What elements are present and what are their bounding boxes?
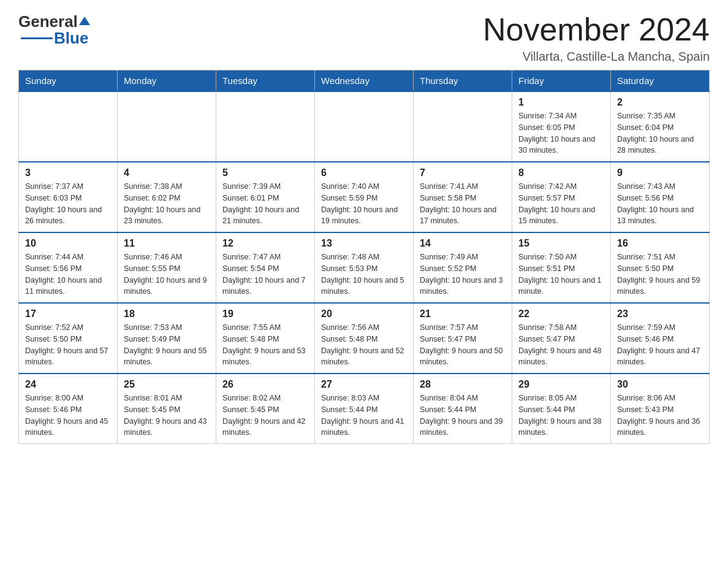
day-info: Sunrise: 7:37 AM Sunset: 6:03 PM Dayligh… xyxy=(25,181,111,227)
day-number: 5 xyxy=(222,167,308,178)
calendar-cell: 11Sunrise: 7:46 AM Sunset: 5:55 PM Dayli… xyxy=(118,232,216,303)
day-number: 2 xyxy=(617,97,703,108)
day-number: 19 xyxy=(222,308,308,320)
day-number: 18 xyxy=(124,308,210,320)
day-info: Sunrise: 8:03 AM Sunset: 5:44 PM Dayligh… xyxy=(321,393,407,439)
calendar-header-friday: Friday xyxy=(512,71,611,92)
day-number: 22 xyxy=(518,308,604,320)
day-info: Sunrise: 7:52 AM Sunset: 5:50 PM Dayligh… xyxy=(25,322,111,368)
main-title: November 2024 xyxy=(483,12,710,47)
svg-marker-0 xyxy=(79,17,90,25)
day-number: 25 xyxy=(124,379,210,390)
day-info: Sunrise: 7:34 AM Sunset: 6:05 PM Dayligh… xyxy=(518,110,604,156)
day-number: 3 xyxy=(25,167,111,178)
day-number: 11 xyxy=(124,238,210,249)
day-info: Sunrise: 7:49 AM Sunset: 5:52 PM Dayligh… xyxy=(420,251,506,297)
day-info: Sunrise: 7:39 AM Sunset: 6:01 PM Dayligh… xyxy=(222,181,308,227)
calendar-header-tuesday: Tuesday xyxy=(216,71,315,92)
week-row-3: 10Sunrise: 7:44 AM Sunset: 5:56 PM Dayli… xyxy=(19,232,710,303)
calendar-cell: 2Sunrise: 7:35 AM Sunset: 6:04 PM Daylig… xyxy=(611,91,710,162)
calendar-cell: 25Sunrise: 8:01 AM Sunset: 5:45 PM Dayli… xyxy=(118,373,216,444)
day-info: Sunrise: 7:59 AM Sunset: 5:46 PM Dayligh… xyxy=(617,322,703,368)
calendar-cell: 4Sunrise: 7:38 AM Sunset: 6:02 PM Daylig… xyxy=(118,162,216,232)
calendar-cell: 27Sunrise: 8:03 AM Sunset: 5:44 PM Dayli… xyxy=(315,373,414,444)
day-number: 23 xyxy=(617,308,703,320)
calendar-cell: 26Sunrise: 8:02 AM Sunset: 5:45 PM Dayli… xyxy=(216,373,315,444)
day-number: 7 xyxy=(420,167,506,178)
day-number: 6 xyxy=(321,167,407,178)
day-number: 16 xyxy=(617,238,703,249)
day-info: Sunrise: 7:38 AM Sunset: 6:02 PM Dayligh… xyxy=(124,181,210,227)
calendar-cell: 3Sunrise: 7:37 AM Sunset: 6:03 PM Daylig… xyxy=(19,162,118,232)
calendar-header-monday: Monday xyxy=(118,71,216,92)
calendar-cell: 22Sunrise: 7:58 AM Sunset: 5:47 PM Dayli… xyxy=(512,303,611,373)
calendar-cell: 7Sunrise: 7:41 AM Sunset: 5:58 PM Daylig… xyxy=(414,162,512,232)
day-number: 1 xyxy=(518,97,604,108)
week-row-5: 24Sunrise: 8:00 AM Sunset: 5:46 PM Dayli… xyxy=(19,373,710,444)
logo-triangle-icon xyxy=(78,14,91,28)
day-info: Sunrise: 7:50 AM Sunset: 5:51 PM Dayligh… xyxy=(518,251,604,297)
calendar-cell: 14Sunrise: 7:49 AM Sunset: 5:52 PM Dayli… xyxy=(414,232,512,303)
calendar-cell: 30Sunrise: 8:06 AM Sunset: 5:43 PM Dayli… xyxy=(611,373,710,444)
day-info: Sunrise: 7:41 AM Sunset: 5:58 PM Dayligh… xyxy=(420,181,506,227)
calendar-cell: 19Sunrise: 7:55 AM Sunset: 5:48 PM Dayli… xyxy=(216,303,315,373)
calendar-cell: 10Sunrise: 7:44 AM Sunset: 5:56 PM Dayli… xyxy=(19,232,118,303)
day-number: 21 xyxy=(420,308,506,320)
calendar-header-saturday: Saturday xyxy=(611,71,710,92)
calendar-table: SundayMondayTuesdayWednesdayThursdayFrid… xyxy=(18,70,710,444)
day-info: Sunrise: 7:43 AM Sunset: 5:56 PM Dayligh… xyxy=(617,181,703,227)
calendar-header-sunday: Sunday xyxy=(19,71,118,92)
day-number: 14 xyxy=(420,238,506,249)
day-info: Sunrise: 7:51 AM Sunset: 5:50 PM Dayligh… xyxy=(617,251,703,297)
day-info: Sunrise: 7:55 AM Sunset: 5:48 PM Dayligh… xyxy=(222,322,308,368)
day-number: 30 xyxy=(617,379,703,390)
subtitle: Villarta, Castille-La Mancha, Spain xyxy=(483,50,710,64)
calendar-cell: 23Sunrise: 7:59 AM Sunset: 5:46 PM Dayli… xyxy=(611,303,710,373)
day-info: Sunrise: 7:57 AM Sunset: 5:47 PM Dayligh… xyxy=(420,322,506,368)
day-info: Sunrise: 8:05 AM Sunset: 5:44 PM Dayligh… xyxy=(518,393,604,439)
day-number: 13 xyxy=(321,238,407,249)
day-info: Sunrise: 7:48 AM Sunset: 5:53 PM Dayligh… xyxy=(321,251,407,297)
day-info: Sunrise: 8:06 AM Sunset: 5:43 PM Dayligh… xyxy=(617,393,703,439)
calendar-cell xyxy=(118,91,216,162)
day-info: Sunrise: 7:35 AM Sunset: 6:04 PM Dayligh… xyxy=(617,110,703,156)
day-info: Sunrise: 7:42 AM Sunset: 5:57 PM Dayligh… xyxy=(518,181,604,227)
calendar-cell: 18Sunrise: 7:53 AM Sunset: 5:49 PM Dayli… xyxy=(118,303,216,373)
week-row-2: 3Sunrise: 7:37 AM Sunset: 6:03 PM Daylig… xyxy=(19,162,710,232)
calendar-cell xyxy=(216,91,315,162)
logo: General Blue xyxy=(18,12,91,48)
day-info: Sunrise: 7:46 AM Sunset: 5:55 PM Dayligh… xyxy=(124,251,210,297)
calendar-cell: 16Sunrise: 7:51 AM Sunset: 5:50 PM Dayli… xyxy=(611,232,710,303)
day-info: Sunrise: 7:53 AM Sunset: 5:49 PM Dayligh… xyxy=(124,322,210,368)
day-number: 12 xyxy=(222,238,308,249)
day-number: 10 xyxy=(25,238,111,249)
calendar-cell: 15Sunrise: 7:50 AM Sunset: 5:51 PM Dayli… xyxy=(512,232,611,303)
calendar-header-wednesday: Wednesday xyxy=(315,71,414,92)
day-number: 15 xyxy=(518,238,604,249)
day-number: 29 xyxy=(518,379,604,390)
calendar-cell: 13Sunrise: 7:48 AM Sunset: 5:53 PM Dayli… xyxy=(315,232,414,303)
day-info: Sunrise: 8:00 AM Sunset: 5:46 PM Dayligh… xyxy=(25,393,111,439)
logo-blue-text: Blue xyxy=(54,29,88,48)
calendar-cell: 5Sunrise: 7:39 AM Sunset: 6:01 PM Daylig… xyxy=(216,162,315,232)
calendar-cell xyxy=(315,91,414,162)
day-number: 9 xyxy=(617,167,703,178)
calendar-cell: 21Sunrise: 7:57 AM Sunset: 5:47 PM Dayli… xyxy=(414,303,512,373)
day-info: Sunrise: 7:47 AM Sunset: 5:54 PM Dayligh… xyxy=(222,251,308,297)
day-info: Sunrise: 7:40 AM Sunset: 5:59 PM Dayligh… xyxy=(321,181,407,227)
day-number: 24 xyxy=(25,379,111,390)
title-block: November 2024 Villarta, Castille-La Manc… xyxy=(483,12,710,64)
day-info: Sunrise: 8:01 AM Sunset: 5:45 PM Dayligh… xyxy=(124,393,210,439)
day-number: 8 xyxy=(518,167,604,178)
calendar-cell: 8Sunrise: 7:42 AM Sunset: 5:57 PM Daylig… xyxy=(512,162,611,232)
week-row-4: 17Sunrise: 7:52 AM Sunset: 5:50 PM Dayli… xyxy=(19,303,710,373)
day-number: 28 xyxy=(420,379,506,390)
calendar-cell: 1Sunrise: 7:34 AM Sunset: 6:05 PM Daylig… xyxy=(512,91,611,162)
calendar-cell: 17Sunrise: 7:52 AM Sunset: 5:50 PM Dayli… xyxy=(19,303,118,373)
calendar-cell xyxy=(19,91,118,162)
day-info: Sunrise: 7:56 AM Sunset: 5:48 PM Dayligh… xyxy=(321,322,407,368)
calendar-cell: 12Sunrise: 7:47 AM Sunset: 5:54 PM Dayli… xyxy=(216,232,315,303)
day-info: Sunrise: 7:44 AM Sunset: 5:56 PM Dayligh… xyxy=(25,251,111,297)
week-row-1: 1Sunrise: 7:34 AM Sunset: 6:05 PM Daylig… xyxy=(19,91,710,162)
calendar-header-row: SundayMondayTuesdayWednesdayThursdayFrid… xyxy=(19,71,710,92)
